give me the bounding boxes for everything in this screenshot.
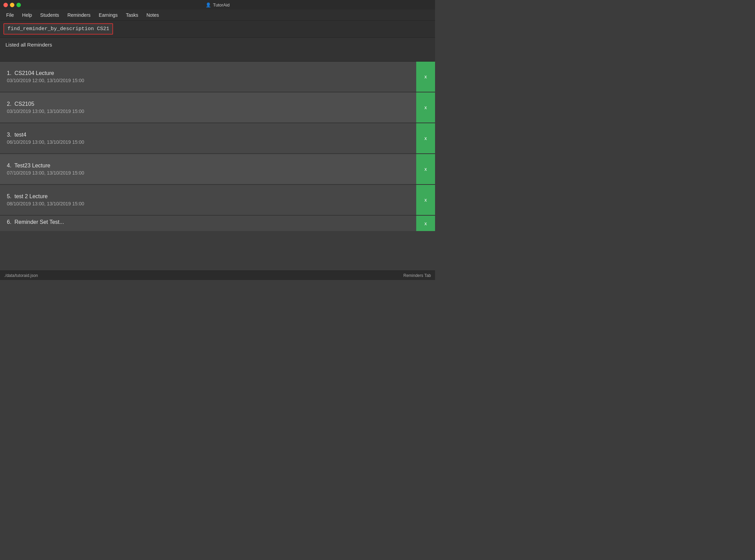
reminder-title: 3. test4 xyxy=(7,132,409,138)
menu-item-file[interactable]: File xyxy=(3,11,17,19)
menu-item-earnings[interactable]: Earnings xyxy=(95,11,121,19)
reminder-dates: 06/10/2019 13:00, 13/10/2019 15:00 xyxy=(7,139,409,145)
reminder-content-partial: 6. Reminder Set Test... xyxy=(0,216,416,231)
reminder-title: 1. CS2104 Lecture xyxy=(7,70,409,76)
reminder-dates: 03/10/2019 12:00, 13/10/2019 15:00 xyxy=(7,78,409,83)
app-title: 👤 TutorAid xyxy=(206,2,230,8)
reminder-delete-partial-button[interactable]: x xyxy=(416,216,435,231)
reminder-content: 5. test 2 Lecture 08/10/2019 13:00, 13/1… xyxy=(0,185,416,215)
reminder-item: 4. Test23 Lecture 07/10/2019 13:00, 13/1… xyxy=(0,154,435,185)
tab-indicator: Reminders Tab xyxy=(404,273,431,278)
reminder-delete-button[interactable]: x xyxy=(416,154,435,184)
menu-item-notes[interactable]: Notes xyxy=(143,11,162,19)
reminder-title-partial: 6. Reminder Set Test... xyxy=(7,219,409,225)
window-controls[interactable] xyxy=(3,3,21,7)
reminder-title: 4. Test23 Lecture xyxy=(7,163,409,169)
titlebar: 👤 TutorAid xyxy=(0,0,435,10)
menubar: File Help Students Reminders Earnings Ta… xyxy=(0,10,435,21)
menu-item-reminders[interactable]: Reminders xyxy=(64,11,94,19)
reminder-dates: 07/10/2019 13:00, 13/10/2019 15:00 xyxy=(7,170,409,176)
reminder-item: 3. test4 06/10/2019 13:00, 13/10/2019 15… xyxy=(0,123,435,154)
command-bar xyxy=(0,21,435,38)
reminder-dates: 08/10/2019 13:00, 13/10/2019 15:00 xyxy=(7,201,409,206)
menu-item-tasks[interactable]: Tasks xyxy=(123,11,142,19)
reminder-delete-button[interactable]: x xyxy=(416,185,435,215)
reminder-item: 2. CS2105 03/10/2019 13:00, 13/10/2019 1… xyxy=(0,92,435,123)
reminder-title: 2. CS2105 xyxy=(7,101,409,107)
reminder-content: 1. CS2104 Lecture 03/10/2019 12:00, 13/1… xyxy=(0,62,416,92)
reminder-item-partial: 6. Reminder Set Test... x xyxy=(0,216,435,231)
reminder-content: 3. test4 06/10/2019 13:00, 13/10/2019 15… xyxy=(0,123,416,153)
maximize-button[interactable] xyxy=(16,3,21,7)
reminder-title: 5. test 2 Lecture xyxy=(7,193,409,200)
menu-item-help[interactable]: Help xyxy=(19,11,36,19)
close-button[interactable] xyxy=(3,3,8,7)
reminders-list: 1. CS2104 Lecture 03/10/2019 12:00, 13/1… xyxy=(0,62,435,270)
reminder-delete-button[interactable]: x xyxy=(416,92,435,123)
reminder-content: 4. Test23 Lecture 07/10/2019 13:00, 13/1… xyxy=(0,154,416,184)
reminder-item: 5. test 2 Lecture 08/10/2019 13:00, 13/1… xyxy=(0,185,435,216)
reminder-item: 1. CS2104 Lecture 03/10/2019 12:00, 13/1… xyxy=(0,62,435,92)
status-area: Listed all Reminders xyxy=(0,38,435,62)
reminder-delete-button[interactable]: x xyxy=(416,123,435,153)
reminder-delete-button[interactable]: x xyxy=(416,62,435,92)
status-text: Listed all Reminders xyxy=(5,42,52,48)
minimize-button[interactable] xyxy=(10,3,14,7)
menu-item-students[interactable]: Students xyxy=(37,11,62,19)
person-icon: 👤 xyxy=(206,2,211,8)
command-input[interactable] xyxy=(3,23,113,35)
reminder-dates: 03/10/2019 13:00, 13/10/2019 15:00 xyxy=(7,109,409,114)
data-path: ./data/tutoraid.json xyxy=(4,273,38,278)
reminder-content: 2. CS2105 03/10/2019 13:00, 13/10/2019 1… xyxy=(0,92,416,123)
bottom-bar: ./data/tutoraid.json Reminders Tab xyxy=(0,270,435,280)
